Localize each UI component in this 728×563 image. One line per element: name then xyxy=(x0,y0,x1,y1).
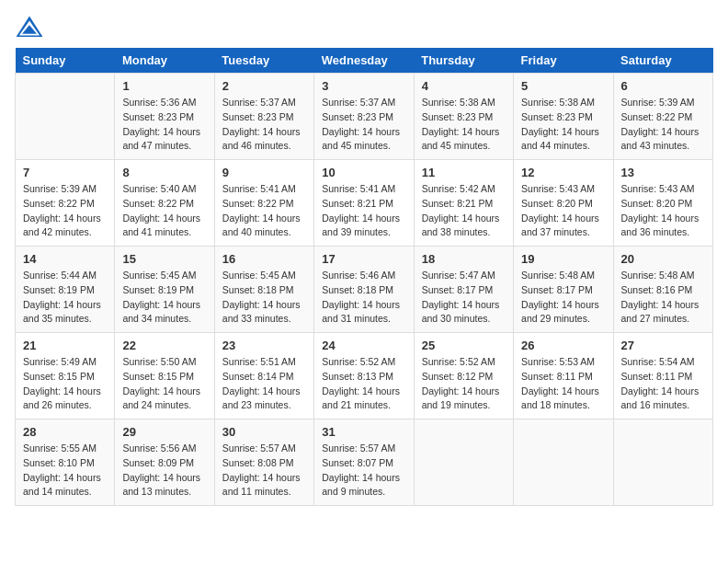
sunset-text: Sunset: 8:19 PM xyxy=(23,284,95,295)
sunrise-text: Sunrise: 5:37 AM xyxy=(222,97,296,108)
day-number: 22 xyxy=(122,339,206,352)
daylight-text: Daylight: 14 hours and 46 minutes. xyxy=(222,126,301,152)
sunset-text: Sunset: 8:17 PM xyxy=(521,284,593,295)
calendar-week-row: 7Sunrise: 5:39 AMSunset: 8:22 PMDaylight… xyxy=(16,160,713,247)
sunset-text: Sunset: 8:07 PM xyxy=(322,457,393,468)
calendar-cell: 7Sunrise: 5:39 AMSunset: 8:22 PMDaylight… xyxy=(16,160,115,247)
calendar-cell: 17Sunrise: 5:46 AMSunset: 8:18 PMDayligh… xyxy=(314,247,414,333)
calendar-cell: 21Sunrise: 5:49 AMSunset: 8:15 PMDayligh… xyxy=(16,333,115,419)
calendar-cell xyxy=(514,419,613,506)
day-info: Sunrise: 5:50 AMSunset: 8:15 PMDaylight:… xyxy=(122,355,206,413)
day-number: 6 xyxy=(621,79,705,93)
daylight-text: Daylight: 14 hours and 34 minutes. xyxy=(122,299,200,325)
calendar-cell: 18Sunrise: 5:47 AMSunset: 8:17 PMDayligh… xyxy=(414,247,513,333)
sunset-text: Sunset: 8:23 PM xyxy=(122,111,194,122)
logo xyxy=(15,15,46,40)
day-number: 19 xyxy=(521,252,605,266)
calendar-cell: 10Sunrise: 5:41 AMSunset: 8:21 PMDayligh… xyxy=(314,160,414,247)
sunset-text: Sunset: 8:22 PM xyxy=(621,111,693,122)
day-number: 15 xyxy=(122,252,206,266)
day-info: Sunrise: 5:45 AMSunset: 8:18 PMDaylight:… xyxy=(222,269,306,327)
sunrise-text: Sunrise: 5:52 AM xyxy=(322,356,395,367)
day-info: Sunrise: 5:48 AMSunset: 8:16 PMDaylight:… xyxy=(621,269,705,327)
daylight-text: Daylight: 14 hours and 29 minutes. xyxy=(521,299,599,325)
sunset-text: Sunset: 8:12 PM xyxy=(422,371,494,382)
day-info: Sunrise: 5:39 AMSunset: 8:22 PMDaylight:… xyxy=(23,182,107,240)
day-info: Sunrise: 5:43 AMSunset: 8:20 PMDaylight:… xyxy=(621,182,705,240)
column-header-thursday: Thursday xyxy=(414,48,513,74)
day-info: Sunrise: 5:57 AMSunset: 8:07 PMDaylight:… xyxy=(322,442,405,500)
daylight-text: Daylight: 14 hours and 23 minutes. xyxy=(222,385,301,411)
daylight-text: Daylight: 14 hours and 21 minutes. xyxy=(322,385,400,411)
sunrise-text: Sunrise: 5:57 AM xyxy=(322,442,395,454)
sunrise-text: Sunrise: 5:54 AM xyxy=(621,356,695,367)
sunset-text: Sunset: 8:22 PM xyxy=(222,198,294,209)
calendar-cell: 6Sunrise: 5:39 AMSunset: 8:22 PMDaylight… xyxy=(613,74,712,160)
calendar-cell: 8Sunrise: 5:40 AMSunset: 8:22 PMDaylight… xyxy=(115,160,214,247)
day-info: Sunrise: 5:40 AMSunset: 8:22 PMDaylight:… xyxy=(122,182,206,240)
sunset-text: Sunset: 8:08 PM xyxy=(222,457,294,468)
sunset-text: Sunset: 8:22 PM xyxy=(122,198,194,209)
column-header-saturday: Saturday xyxy=(613,48,712,74)
day-number: 31 xyxy=(322,425,405,439)
daylight-text: Daylight: 14 hours and 36 minutes. xyxy=(621,213,700,238)
sunrise-text: Sunrise: 5:56 AM xyxy=(122,442,196,454)
day-number: 28 xyxy=(23,425,107,439)
sunset-text: Sunset: 8:15 PM xyxy=(122,371,194,382)
sunset-text: Sunset: 8:23 PM xyxy=(222,111,294,122)
sunset-text: Sunset: 8:20 PM xyxy=(621,198,693,209)
day-number: 9 xyxy=(222,166,306,179)
day-info: Sunrise: 5:52 AMSunset: 8:13 PMDaylight:… xyxy=(322,355,405,413)
day-info: Sunrise: 5:38 AMSunset: 8:23 PMDaylight:… xyxy=(521,96,605,154)
day-info: Sunrise: 5:49 AMSunset: 8:15 PMDaylight:… xyxy=(23,355,107,413)
daylight-text: Daylight: 14 hours and 9 minutes. xyxy=(322,472,400,498)
day-info: Sunrise: 5:53 AMSunset: 8:11 PMDaylight:… xyxy=(521,355,605,413)
sunset-text: Sunset: 8:21 PM xyxy=(322,198,393,209)
calendar-cell: 3Sunrise: 5:37 AMSunset: 8:23 PMDaylight… xyxy=(314,74,414,160)
day-number: 20 xyxy=(621,252,705,266)
day-number: 27 xyxy=(621,339,705,352)
day-number: 17 xyxy=(322,252,405,266)
calendar-cell: 15Sunrise: 5:45 AMSunset: 8:19 PMDayligh… xyxy=(115,247,214,333)
calendar-cell: 1Sunrise: 5:36 AMSunset: 8:23 PMDaylight… xyxy=(115,74,214,160)
day-number: 23 xyxy=(222,339,306,352)
page-header xyxy=(15,15,713,40)
daylight-text: Daylight: 14 hours and 35 minutes. xyxy=(23,299,101,325)
sunrise-text: Sunrise: 5:52 AM xyxy=(422,356,495,367)
sunset-text: Sunset: 8:23 PM xyxy=(322,111,393,122)
day-info: Sunrise: 5:47 AMSunset: 8:17 PMDaylight:… xyxy=(422,269,506,327)
logo-icon xyxy=(15,15,44,40)
day-info: Sunrise: 5:42 AMSunset: 8:21 PMDaylight:… xyxy=(422,182,506,240)
calendar-cell: 16Sunrise: 5:45 AMSunset: 8:18 PMDayligh… xyxy=(214,247,313,333)
day-number: 8 xyxy=(122,166,206,179)
day-info: Sunrise: 5:41 AMSunset: 8:22 PMDaylight:… xyxy=(222,182,306,240)
daylight-text: Daylight: 14 hours and 11 minutes. xyxy=(222,472,301,498)
calendar-cell: 9Sunrise: 5:41 AMSunset: 8:22 PMDaylight… xyxy=(214,160,313,247)
sunrise-text: Sunrise: 5:48 AM xyxy=(521,270,595,281)
sunrise-text: Sunrise: 5:41 AM xyxy=(322,183,395,194)
sunrise-text: Sunrise: 5:48 AM xyxy=(621,270,695,281)
calendar-cell: 13Sunrise: 5:43 AMSunset: 8:20 PMDayligh… xyxy=(613,160,712,247)
column-header-tuesday: Tuesday xyxy=(214,48,313,74)
sunset-text: Sunset: 8:16 PM xyxy=(621,284,693,295)
day-info: Sunrise: 5:37 AMSunset: 8:23 PMDaylight:… xyxy=(322,96,405,154)
column-header-wednesday: Wednesday xyxy=(314,48,414,74)
sunset-text: Sunset: 8:11 PM xyxy=(521,371,593,382)
day-info: Sunrise: 5:51 AMSunset: 8:14 PMDaylight:… xyxy=(222,355,306,413)
sunset-text: Sunset: 8:13 PM xyxy=(322,371,393,382)
daylight-text: Daylight: 14 hours and 44 minutes. xyxy=(521,126,599,152)
day-number: 30 xyxy=(222,425,306,439)
day-info: Sunrise: 5:39 AMSunset: 8:22 PMDaylight:… xyxy=(621,96,705,154)
sunrise-text: Sunrise: 5:41 AM xyxy=(222,183,296,194)
day-info: Sunrise: 5:55 AMSunset: 8:10 PMDaylight:… xyxy=(23,442,107,500)
daylight-text: Daylight: 14 hours and 19 minutes. xyxy=(422,385,500,411)
daylight-text: Daylight: 14 hours and 13 minutes. xyxy=(122,472,200,498)
day-info: Sunrise: 5:41 AMSunset: 8:21 PMDaylight:… xyxy=(322,182,405,240)
calendar-cell xyxy=(16,74,115,160)
sunrise-text: Sunrise: 5:39 AM xyxy=(23,183,97,194)
sunrise-text: Sunrise: 5:45 AM xyxy=(222,270,296,281)
day-number: 4 xyxy=(422,79,506,93)
sunrise-text: Sunrise: 5:45 AM xyxy=(122,270,196,281)
day-number: 13 xyxy=(621,166,705,179)
day-info: Sunrise: 5:44 AMSunset: 8:19 PMDaylight:… xyxy=(23,269,107,327)
